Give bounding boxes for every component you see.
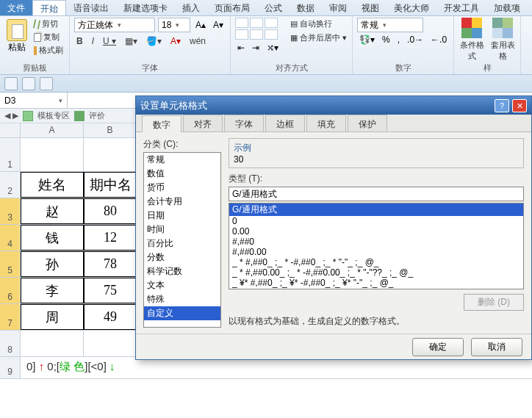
row-header[interactable]: 6 — [0, 278, 21, 303]
type-item[interactable]: #,##0 — [229, 237, 523, 247]
category-item[interactable]: 文本 — [144, 278, 220, 292]
tab-insert[interactable]: 插入 — [175, 0, 207, 15]
category-item[interactable]: 自定义 — [144, 306, 220, 320]
dlg-tab-protect[interactable]: 保护 — [348, 115, 387, 131]
tab-formula[interactable]: 公式 — [257, 0, 290, 15]
category-item[interactable]: 货币 — [144, 181, 220, 195]
table-format-button[interactable]: 套用表格 — [489, 18, 516, 62]
row-header[interactable]: 5 — [0, 251, 21, 277]
template-zone-button[interactable]: 模板专区 — [37, 110, 70, 121]
number-format-combo[interactable]: 常规▾ — [357, 18, 423, 32]
grow-font-button[interactable]: A▴ — [193, 19, 208, 31]
cell[interactable]: 钱 — [21, 225, 84, 251]
category-item[interactable]: 时间 — [144, 223, 220, 237]
category-item[interactable]: 会计专用 — [144, 195, 220, 209]
col-header-b[interactable]: B — [84, 123, 137, 137]
cell[interactable]: 80 — [84, 198, 137, 224]
col-header-a[interactable]: A — [21, 123, 84, 137]
tab-addins[interactable]: 加载项 — [486, 0, 528, 15]
dialog-titlebar[interactable]: 设置单元格格式 ? ✕ — [136, 96, 531, 115]
align-grid[interactable] — [235, 18, 281, 40]
category-item[interactable]: 日期 — [144, 209, 220, 223]
copy-button[interactable]: 复制 — [32, 31, 65, 43]
bold-button[interactable]: B — [74, 35, 85, 47]
row-header[interactable]: 3 — [0, 198, 21, 224]
type-item[interactable]: G/通用格式 — [229, 203, 523, 216]
row-header[interactable]: 8 — [0, 331, 21, 356]
undo-button[interactable] — [22, 77, 35, 90]
type-input[interactable] — [229, 187, 524, 201]
shrink-font-button[interactable]: A▾ — [211, 19, 226, 31]
type-listbox[interactable]: G/通用格式00.00#,##0#,##0.00_ * #,##0_ ;_ * … — [229, 203, 524, 289]
type-item[interactable]: #,##0.00 — [229, 247, 523, 257]
tab-review[interactable]: 审阅 — [322, 0, 354, 15]
cell[interactable]: 75 — [84, 278, 137, 303]
dlg-tab-number[interactable]: 数字 — [142, 115, 181, 132]
select-all-corner[interactable] — [0, 123, 21, 137]
font-color-button[interactable]: A▾ — [168, 35, 183, 47]
delete-button[interactable]: 删除 (D) — [464, 294, 524, 311]
cell[interactable]: 姓名 — [21, 172, 84, 198]
category-item[interactable]: 百分比 — [144, 237, 220, 251]
underline-button[interactable]: U ▾ — [101, 35, 118, 47]
dlg-tab-align[interactable]: 对齐 — [183, 115, 223, 131]
category-listbox[interactable]: 常规数值货币会计专用日期时间百分比分数科学记数文本特殊自定义 — [143, 152, 221, 328]
row-header[interactable]: 9 — [0, 357, 21, 378]
type-item[interactable]: _ ¥* #,##0.00_ ;_ ¥* -#,##0.00_ ;_ ¥* "-… — [229, 288, 523, 289]
type-item[interactable]: _ * #,##0.00_ ;_ * -#,##0.00_ ;_ * "-"??… — [229, 267, 523, 278]
tab-view[interactable]: 视图 — [354, 0, 387, 15]
dlg-tab-font[interactable]: 字体 — [224, 115, 264, 131]
row-header[interactable]: 1 — [0, 138, 21, 171]
dlg-tab-fill[interactable]: 填充 — [306, 115, 346, 131]
wrap-text-button[interactable]: ▤ 自动换行 — [290, 18, 348, 30]
cell[interactable] — [21, 138, 84, 171]
cell[interactable] — [84, 331, 137, 356]
tab-file[interactable]: 文件 — [0, 0, 32, 15]
review-button[interactable]: 评价 — [89, 110, 105, 121]
row-header[interactable]: 4 — [0, 225, 21, 251]
category-item[interactable]: 数值 — [144, 167, 220, 181]
type-item[interactable]: _ * #,##0_ ;_ * -#,##0_ ;_ * "-"_ ;_ @_ — [229, 257, 523, 267]
type-item[interactable]: 0.00 — [229, 226, 523, 237]
phonetic-button[interactable]: wén — [187, 35, 208, 47]
font-name-combo[interactable]: 方正姚体▾ — [74, 18, 155, 32]
tab-newtab[interactable]: 新建选项卡 — [116, 0, 175, 15]
indent-inc-button[interactable]: ⇥ — [250, 42, 262, 54]
tab-home[interactable]: 开始 — [32, 0, 66, 15]
close-button[interactable]: ✕ — [512, 99, 527, 112]
cell[interactable]: 49 — [84, 304, 137, 330]
cell-formula-tail[interactable]: 0] ↑ 0;[绿 色][<0] ↓ — [21, 357, 121, 378]
category-item[interactable]: 分数 — [144, 251, 220, 264]
cell[interactable] — [84, 138, 137, 171]
save-button[interactable] — [4, 77, 18, 90]
cell[interactable]: 78 — [84, 251, 137, 277]
ok-button[interactable]: 确定 — [412, 338, 464, 356]
percent-button[interactable]: % — [380, 34, 392, 46]
category-item[interactable]: 科学记数 — [144, 264, 220, 278]
currency-button[interactable]: 💱▾ — [357, 34, 377, 46]
redo-button[interactable] — [40, 77, 53, 90]
indent-dec-button[interactable]: ⇤ — [235, 42, 247, 54]
cell[interactable]: 李 — [21, 278, 84, 303]
type-item[interactable]: 0 — [229, 216, 523, 226]
cell[interactable]: 赵 — [21, 198, 84, 224]
dec-decimal-button[interactable]: ←.0 — [428, 34, 449, 46]
inc-decimal-button[interactable]: .0→ — [405, 34, 425, 46]
help-button[interactable]: ? — [495, 99, 509, 112]
cell[interactable]: 孙 — [21, 251, 84, 277]
border-button[interactable]: ▦▾ — [123, 35, 140, 47]
category-item[interactable]: 特殊 — [144, 292, 220, 306]
cell[interactable] — [21, 331, 84, 356]
tab-beautify[interactable]: 美化大师 — [387, 0, 436, 15]
cut-button[interactable]: 剪切 — [32, 18, 65, 30]
dlg-tab-border[interactable]: 边框 — [265, 115, 305, 131]
cancel-button[interactable]: 取消 — [471, 338, 522, 356]
cell[interactable]: 12 — [84, 225, 137, 251]
painter-button[interactable]: 格式刷 — [32, 44, 65, 57]
tab-dev[interactable]: 开发工具 — [436, 0, 486, 15]
cell[interactable]: 周 — [21, 304, 84, 330]
tab-voice[interactable]: 语音读出 — [66, 0, 116, 15]
paste-button[interactable]: 粘贴 — [4, 18, 29, 57]
category-item[interactable]: 常规 — [144, 153, 220, 167]
type-item[interactable]: _ ¥* #,##0_ ;_ ¥* -#,##0_ ;_ ¥* "-"_ ;_ … — [229, 278, 523, 288]
